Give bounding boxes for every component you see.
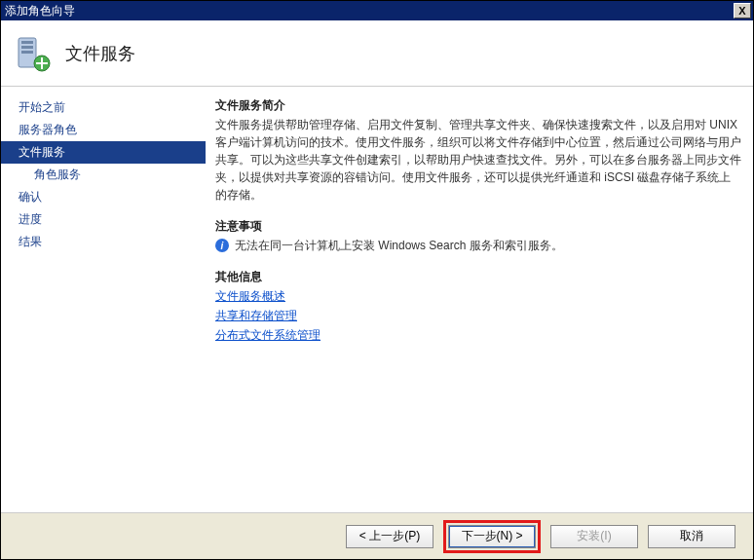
link-share-storage-management[interactable]: 共享和存储管理	[215, 307, 297, 324]
sidebar-item-results[interactable]: 结果	[1, 231, 206, 253]
titlebar: 添加角色向导 X	[1, 1, 753, 20]
sidebar-item-confirmation[interactable]: 确认	[1, 186, 206, 208]
next-button[interactable]: 下一步(N) >	[448, 525, 536, 548]
window-title: 添加角色向导	[5, 3, 75, 19]
sidebar: 开始之前 服务器角色 文件服务 角色服务 确认 进度 结果	[1, 87, 206, 512]
sidebar-item-role-services[interactable]: 角色服务	[1, 164, 206, 186]
sidebar-item-before-you-begin[interactable]: 开始之前	[1, 96, 206, 119]
intro-heading: 文件服务简介	[215, 96, 741, 114]
next-button-highlight: 下一步(N) >	[443, 520, 541, 553]
note-row: i 无法在同一台计算机上安装 Windows Search 服务和索引服务。	[215, 237, 741, 254]
svg-rect-2	[21, 46, 33, 49]
sidebar-item-progress[interactable]: 进度	[1, 208, 206, 231]
other-info-heading: 其他信息	[215, 268, 741, 285]
svg-rect-3	[21, 51, 33, 54]
sidebar-item-file-services[interactable]: 文件服务	[1, 141, 206, 164]
svg-rect-1	[21, 41, 33, 44]
notes-heading: 注意事项	[215, 217, 741, 235]
footer: < 上一步(P) 下一步(N) > 安装(I) 取消	[1, 512, 753, 559]
body: 开始之前 服务器角色 文件服务 角色服务 确认 进度 结果 文件服务简介 文件服…	[1, 87, 753, 512]
install-button: 安装(I)	[550, 525, 638, 548]
close-icon: X	[738, 5, 745, 17]
note-text: 无法在同一台计算机上安装 Windows Search 服务和索引服务。	[235, 237, 563, 254]
page-title: 文件服务	[65, 42, 135, 65]
previous-button[interactable]: < 上一步(P)	[346, 525, 434, 548]
link-dfs-management[interactable]: 分布式文件系统管理	[215, 326, 320, 344]
close-button[interactable]: X	[734, 3, 751, 19]
wizard-window: 添加角色向导 X 文件服务 开始之前 服务器角色 文件服务 角色服务 确认 进度…	[0, 0, 754, 560]
cancel-button[interactable]: 取消	[648, 525, 735, 548]
header-band: 文件服务	[1, 20, 753, 87]
intro-text: 文件服务提供帮助管理存储、启用文件复制、管理共享文件夹、确保快速搜索文件，以及启…	[215, 116, 741, 204]
server-role-icon	[13, 34, 52, 73]
sidebar-item-server-roles[interactable]: 服务器角色	[1, 119, 206, 141]
content-pane: 文件服务简介 文件服务提供帮助管理存储、启用文件复制、管理共享文件夹、确保快速搜…	[206, 87, 753, 512]
other-info-links: 文件服务概述 共享和存储管理 分布式文件系统管理	[215, 287, 741, 344]
link-file-services-overview[interactable]: 文件服务概述	[215, 287, 285, 305]
info-icon: i	[215, 239, 229, 252]
